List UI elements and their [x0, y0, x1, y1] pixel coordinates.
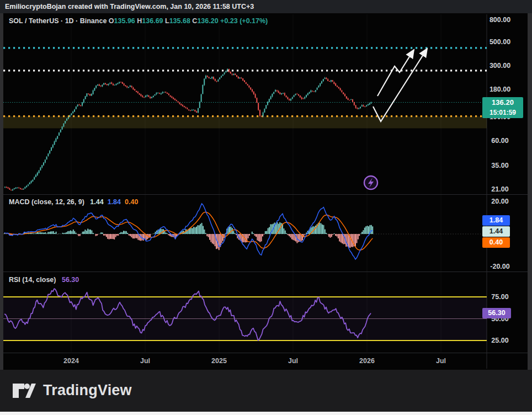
time-tick-label: Jul [288, 357, 298, 365]
ohlc-value: 136.20 [197, 17, 218, 25]
tradingview-share-window: EmiliocryptoBojan created with TradingVi… [0, 0, 532, 415]
quick-action-lightning-button[interactable] [364, 176, 377, 189]
ohlc-values: O135.96 H136.69 L135.68 C136.20 +0.23 (+… [109, 17, 268, 25]
change-value: +0.23 (+0.17%) [219, 17, 268, 25]
time-tick-label: 2026 [359, 357, 375, 365]
brand-text: TradingView [43, 382, 132, 399]
time-tick-label: Jul [140, 357, 150, 365]
footer-bar: TradingView [0, 370, 532, 412]
macd-legend-number: 0.40 [125, 198, 138, 206]
macd-panel [3, 204, 487, 259]
macd-legend-title[interactable]: MACD (close, 12, 26, 9) [9, 198, 84, 206]
macd-legend-number: 1.44 [90, 198, 103, 206]
trend-arrow-drawing[interactable] [373, 49, 427, 121]
price-tick-label: 800.00 [485, 15, 515, 24]
ohlc-letter: C [190, 17, 198, 25]
ohlc-value: 135.96 [114, 17, 135, 25]
time-tick-label: 2025 [211, 357, 227, 365]
tradingview-brand[interactable]: TradingView [12, 382, 132, 399]
rsi-panel [3, 289, 487, 340]
time-tick-label: 2024 [63, 357, 79, 365]
macd-tick-label: 20.00 [485, 197, 515, 206]
price-tick-label: 500.00 [485, 38, 515, 46]
rsi-tick-label: 25.00 [485, 336, 515, 345]
last-price-value: 136.20 [482, 97, 523, 108]
symbol-title[interactable]: SOL / TetherUS · 1D · Binance [9, 17, 107, 25]
time-tick-label: Jul [436, 357, 446, 365]
macd-tick-label: -20.00 [485, 262, 515, 271]
ohlc-letter: H [135, 17, 142, 25]
bottom-strip [0, 412, 532, 415]
last-price-badge: 136.20 15:01:59 [482, 97, 523, 118]
rsi-legend[interactable]: RSI (14, close) 56.30 [9, 276, 79, 284]
rsi-legend-title[interactable]: RSI (14, close) [9, 276, 56, 284]
macd-value-badge: 0.40 [482, 237, 510, 248]
macd-value-badge: 1.84 [482, 215, 510, 226]
price-tick-label: 60.00 [485, 136, 515, 145]
title-text: EmiliocryptoBojan created with TradingVi… [5, 3, 254, 10]
price-tick-label: 35.00 [485, 161, 515, 170]
macd-legend[interactable]: MACD (close, 12, 26, 9) 1.441.840.40 [9, 198, 138, 206]
macd-legend-values: 1.441.840.40 [86, 198, 138, 206]
chart-canvas[interactable] [0, 0, 532, 415]
price-tick-label: 21.00 [485, 185, 515, 194]
ohlc-value: 136.69 [142, 17, 163, 25]
rsi-legend-value: 56.30 [62, 276, 79, 284]
ohlc-letter: O [109, 17, 114, 25]
rsi-value-badge: 56.30 [482, 308, 511, 318]
bar-countdown: 15:01:59 [482, 108, 523, 118]
ohlc-letter: L [163, 17, 169, 25]
tradingview-logo-icon [12, 382, 36, 399]
symbol-legend[interactable]: SOL / TetherUS · 1D · Binance O135.96 H1… [9, 17, 268, 25]
price-tick-label: 300.00 [485, 61, 515, 70]
ohlc-value: 135.68 [169, 17, 190, 25]
rsi-tick-label: 75.00 [485, 292, 515, 301]
macd-legend-number: 1.84 [108, 198, 121, 206]
title-bar: EmiliocryptoBojan created with TradingVi… [0, 0, 532, 13]
price-tick-label: 180.00 [485, 85, 515, 94]
macd-value-badge: 1.44 [482, 226, 510, 237]
